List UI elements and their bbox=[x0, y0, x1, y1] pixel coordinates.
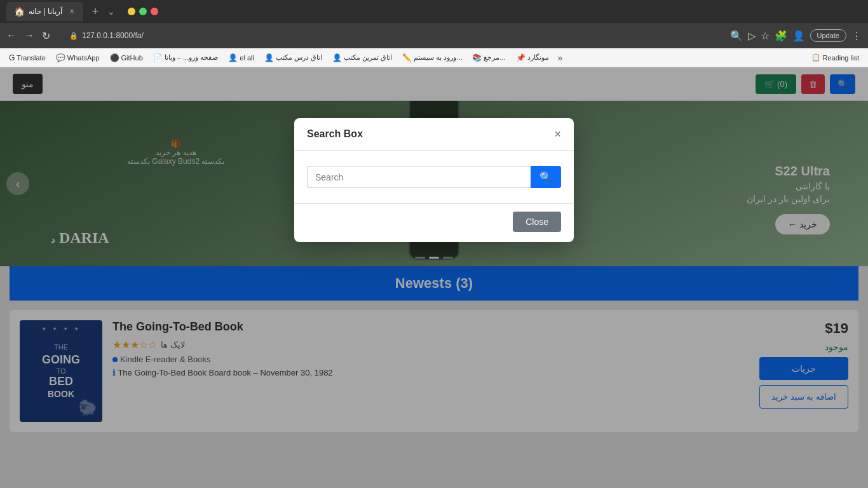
window-expand-icon: ⌄ bbox=[107, 6, 115, 17]
modal-close-footer-button[interactable]: Close bbox=[513, 212, 561, 232]
cast-icon[interactable]: ▷ bbox=[748, 30, 756, 42]
reading-list-button[interactable]: 📋 Reading list bbox=[808, 52, 863, 63]
modal-backdrop: Search Box × 🔍 Close bbox=[0, 67, 868, 488]
modal-footer: Close bbox=[294, 203, 574, 242]
close-window-button[interactable] bbox=[151, 8, 158, 15]
bookmark-label: صفحه ورو... – وبانا bbox=[165, 53, 218, 62]
reading-list-icon: 📋 bbox=[811, 53, 820, 62]
search-modal: Search Box × 🔍 Close bbox=[294, 118, 574, 242]
address-bar[interactable]: 🔒 127.0.0.1:8000/fa/ bbox=[62, 29, 719, 43]
back-button[interactable]: ← bbox=[6, 30, 17, 41]
active-tab[interactable]: 🏠 آریانا | خانه × bbox=[6, 2, 83, 21]
translate-icon: G bbox=[9, 53, 15, 62]
user-icon: 👤 bbox=[332, 53, 342, 62]
bookmark-translate[interactable]: G Translate bbox=[5, 52, 50, 64]
reading-list-label: Reading list bbox=[823, 54, 859, 62]
new-tab-button[interactable]: + bbox=[88, 5, 103, 18]
modal-close-button[interactable]: × bbox=[554, 128, 561, 140]
bookmark-label: مونگارد bbox=[527, 53, 549, 62]
bookmark-label: اتاق تمرین مکتب bbox=[344, 53, 392, 62]
search-icon[interactable]: 🔍 bbox=[730, 30, 743, 42]
modal-body: 🔍 bbox=[294, 151, 574, 203]
search-input[interactable] bbox=[307, 166, 531, 188]
bookmark-ref[interactable]: 📚 مرجع... bbox=[468, 52, 509, 64]
tab-favicon: 🏠 bbox=[14, 6, 25, 17]
modal-title: Search Box bbox=[307, 128, 363, 140]
browser-titlebar: 🏠 آریانا | خانه × + ⌄ bbox=[0, 0, 868, 23]
update-button[interactable]: Update bbox=[810, 29, 846, 42]
edit-icon: ✏️ bbox=[402, 53, 412, 62]
maximize-button[interactable] bbox=[139, 8, 147, 15]
bookmark-label: Translate bbox=[17, 54, 45, 62]
menu-icon[interactable]: ⋮ bbox=[851, 30, 862, 42]
bookmark-label: مرجع... bbox=[484, 53, 505, 62]
bookmark-mongard[interactable]: 📌 مونگارد bbox=[512, 52, 553, 64]
bookmark-label: WhatsApp bbox=[67, 54, 100, 62]
browser-action-icons: 🔍 ▷ ☆ 🧩 👤 Update ⋮ bbox=[730, 29, 862, 42]
tab-title: آریانا | خانه bbox=[29, 7, 62, 16]
window-controls bbox=[128, 8, 158, 15]
search-submit-button[interactable]: 🔍 bbox=[531, 166, 561, 188]
minimize-button[interactable] bbox=[128, 8, 135, 15]
bookmarks-bar: G Translate 💬 WhatsApp ⚫ GitHub 📄 صفحه و… bbox=[0, 48, 868, 67]
bookmark-webana[interactable]: 📄 صفحه ورو... – وبانا bbox=[149, 52, 222, 64]
nav-controls: ← → ↻ bbox=[6, 30, 50, 42]
search-row: 🔍 bbox=[307, 166, 561, 188]
browser-navbar: ← → ↻ 🔒 127.0.0.1:8000/fa/ 🔍 ▷ ☆ 🧩 👤 Upd… bbox=[0, 23, 868, 48]
profile-icon[interactable]: 👤 bbox=[792, 30, 805, 42]
bookmark-maktab-class[interactable]: 👤 اتاق درس مکتب bbox=[261, 52, 326, 64]
bookmark-label: GitHub bbox=[121, 54, 143, 62]
user-icon: 👤 bbox=[264, 53, 274, 62]
bookmark-whatsapp[interactable]: 💬 WhatsApp bbox=[52, 52, 104, 64]
bookmark-label: ورود به سیستم... bbox=[414, 53, 462, 62]
bookmark-label: اتاق درس مکتب bbox=[276, 53, 322, 62]
tab-close-button[interactable]: × bbox=[69, 7, 76, 16]
pin-icon: 📌 bbox=[516, 53, 526, 62]
book-icon: 📚 bbox=[472, 53, 482, 62]
github-icon: ⚫ bbox=[110, 53, 119, 62]
lock-icon: 🔒 bbox=[69, 32, 78, 40]
bookmark-label: el all bbox=[240, 54, 254, 62]
bookmark-icon[interactable]: ☆ bbox=[761, 30, 770, 42]
whatsapp-icon: 💬 bbox=[56, 53, 65, 62]
bookmark-elall[interactable]: 👤 el all bbox=[224, 52, 258, 64]
bookmark-maktab-practice[interactable]: 👤 اتاق تمرین مکتب bbox=[329, 52, 396, 64]
extensions-icon[interactable]: 🧩 bbox=[775, 30, 787, 42]
forward-button[interactable]: → bbox=[24, 30, 34, 41]
bookmark-login[interactable]: ✏️ ورود به سیستم... bbox=[398, 52, 466, 64]
bookmark-github[interactable]: ⚫ GitHub bbox=[106, 52, 147, 64]
page-icon: 📄 bbox=[153, 53, 163, 62]
modal-header: Search Box × bbox=[294, 118, 574, 151]
reload-button[interactable]: ↻ bbox=[42, 30, 50, 42]
bookmarks-more-button[interactable]: » bbox=[555, 53, 566, 63]
user-icon: 👤 bbox=[228, 53, 238, 62]
url-text: 127.0.0.1:8000/fa/ bbox=[82, 31, 144, 40]
